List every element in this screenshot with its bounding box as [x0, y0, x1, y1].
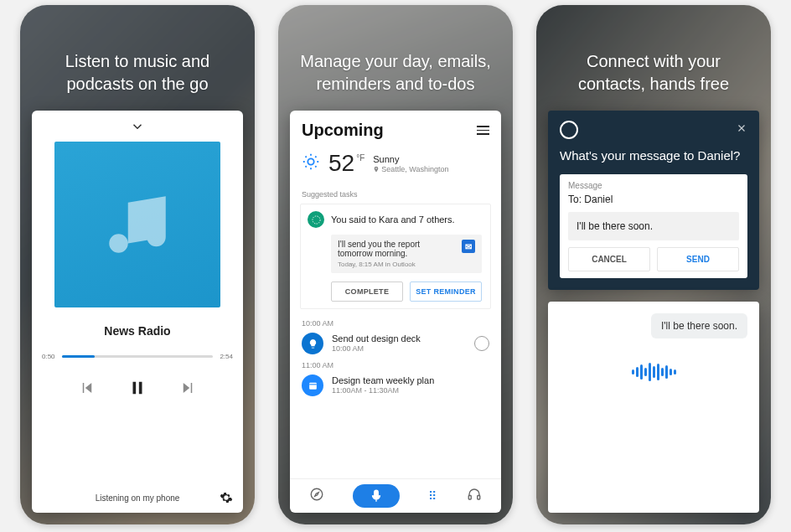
event-subtime: 10:00 AM — [332, 344, 421, 354]
to-line: To: Daniel — [568, 194, 739, 205]
weather-text: Sunny Seattle, Washington — [373, 153, 448, 173]
skip-back-icon — [80, 380, 95, 395]
devices-tab[interactable] — [467, 487, 482, 505]
condition: Sunny — [373, 153, 448, 165]
send-button[interactable]: SEND — [657, 247, 739, 271]
menu-button[interactable] — [477, 126, 489, 135]
overlay: Connect with your contacts, hands free W… — [536, 5, 771, 524]
outlook-icon: ✉ — [462, 240, 475, 253]
overlay: Listen to music and podcasts on the go N… — [20, 5, 255, 524]
pause-icon — [128, 379, 147, 397]
voice-waveform-icon[interactable] — [632, 362, 676, 382]
svg-rect-7 — [478, 496, 480, 500]
next-button[interactable] — [180, 380, 195, 399]
svg-rect-2 — [309, 382, 317, 389]
temp-value: 52 — [328, 150, 354, 177]
music-footer: Listening on my phone — [42, 493, 233, 503]
complete-ring[interactable] — [474, 336, 489, 351]
task-summary: You said to Kara and 7 others. — [331, 214, 455, 225]
email-quote: I'll send you the report tomorrow mornin… — [331, 235, 482, 273]
pin-icon — [373, 166, 380, 173]
bulb-icon — [302, 333, 323, 354]
hero-text: Manage your day, emails, reminders and t… — [300, 50, 491, 96]
temp-unit: °F — [356, 153, 364, 163]
location-text: Seattle, Washington — [381, 165, 448, 173]
prompt-text: What's your message to Daniel? — [560, 147, 747, 164]
svg-point-0 — [308, 158, 313, 164]
chevron-down-icon — [130, 119, 145, 134]
event-row-1[interactable]: Send out design deck 10:00 AM — [290, 329, 501, 358]
svg-point-3 — [311, 488, 323, 500]
progress-fill — [62, 355, 96, 358]
event-subtime: 11:00AM - 11:30AM — [332, 386, 434, 395]
overlay: Manage your day, emails, reminders and t… — [278, 5, 513, 524]
task-status-icon — [308, 211, 324, 228]
calendar-icon — [302, 374, 323, 396]
headphones-icon — [467, 487, 482, 502]
music-card: News Radio 0:50 2:54 Listening on my pho… — [32, 111, 243, 513]
event-title: Send out design deck — [332, 333, 421, 344]
temperature: 52 °F — [328, 150, 364, 177]
event-text: Send out design deck 10:00 AM — [332, 333, 421, 354]
set-reminder-button[interactable]: SET REMINDER — [410, 281, 482, 302]
music-note-icon — [100, 187, 175, 262]
chat-area: I'll be there soon. — [548, 302, 759, 514]
svg-point-1 — [312, 215, 319, 223]
collapse-chevron[interactable] — [42, 119, 233, 137]
pause-button[interactable] — [128, 379, 147, 400]
svg-rect-6 — [468, 496, 471, 500]
phone-cortana: Connect with your contacts, hands free W… — [536, 5, 771, 524]
cortana-panel: What's your message to Daniel? Message T… — [548, 111, 759, 290]
cancel-button[interactable]: CANCEL — [568, 247, 650, 271]
upcoming-card: Upcoming 52 °F Sunny Seattle, Washington… — [290, 111, 501, 513]
complete-button[interactable]: COMPLETE — [331, 281, 403, 302]
event-text: Design team weekly plan 11:00AM - 11:30A… — [332, 375, 434, 395]
user-utterance: I'll be there soon. — [651, 313, 747, 338]
more-tab[interactable]: ⠿ — [428, 489, 438, 503]
progress-bar[interactable] — [62, 355, 214, 358]
sun-icon — [302, 152, 320, 174]
suggested-heading: Suggested tasks — [290, 187, 501, 200]
hero-text: Listen to music and podcasts on the go — [42, 50, 233, 96]
previous-button[interactable] — [80, 380, 95, 399]
close-button[interactable] — [736, 122, 747, 137]
message-label: Message — [568, 181, 739, 190]
track-title: News Radio — [42, 324, 233, 338]
settings-button[interactable] — [220, 491, 233, 506]
panel-header — [560, 121, 747, 139]
mic-button[interactable] — [353, 484, 400, 508]
page-title: Upcoming — [302, 121, 384, 140]
compass-icon — [309, 487, 324, 502]
skip-forward-icon — [180, 380, 195, 395]
playback-controls — [42, 379, 233, 400]
cortana-icon — [560, 121, 578, 139]
time-current: 0:50 — [42, 353, 55, 360]
suggested-task-card[interactable]: You said to Kara and 7 others. I'll send… — [300, 204, 491, 309]
time-heading-11: 11:00 AM — [290, 358, 501, 371]
svg-marker-4 — [315, 493, 319, 497]
quote-meta: Today, 8:15 AM in Outlook — [338, 261, 455, 268]
task-actions: COMPLETE SET REMINDER — [331, 281, 482, 302]
device-text: Listening on my phone — [96, 493, 180, 503]
progress-row: 0:50 2:54 — [42, 353, 233, 360]
header-row: Upcoming — [290, 121, 501, 147]
close-icon — [736, 122, 747, 134]
event-title: Design team weekly plan — [332, 375, 434, 386]
compass-tab[interactable] — [309, 487, 324, 505]
quote-text: I'll send you the report tomorrow mornin… — [338, 240, 455, 258]
time-total: 2:54 — [220, 353, 233, 360]
gear-icon — [220, 491, 233, 504]
time-heading-10: 10:00 AM — [290, 316, 501, 329]
draft-text[interactable]: I'll be there soon. — [568, 212, 739, 240]
compose-actions: CANCEL SEND — [568, 247, 739, 271]
album-art[interactable] — [54, 142, 220, 307]
hero-text: Connect with your contacts, hands free — [558, 50, 749, 96]
message-compose-card: Message To: Daniel I'll be there soon. C… — [560, 174, 747, 278]
task-header: You said to Kara and 7 others. — [308, 211, 482, 228]
bottom-tabbar: ⠿ — [290, 478, 501, 513]
mic-icon — [369, 488, 384, 504]
location-row: Seattle, Washington — [373, 165, 448, 173]
weather-row[interactable]: 52 °F Sunny Seattle, Washington — [290, 147, 501, 187]
event-row-2[interactable]: Design team weekly plan 11:00AM - 11:30A… — [290, 371, 501, 400]
phone-music: Listen to music and podcasts on the go N… — [20, 5, 255, 524]
